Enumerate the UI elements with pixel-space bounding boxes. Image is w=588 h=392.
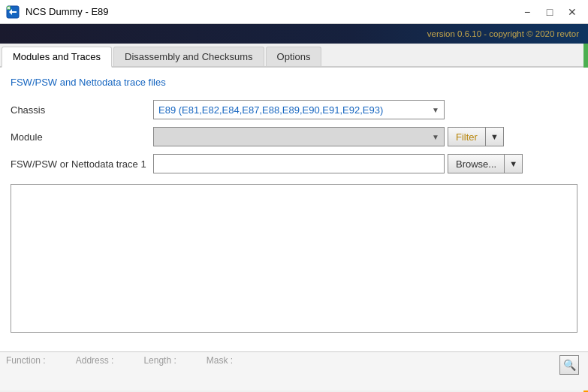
chassis-dropdown-arrow: ▼ — [432, 106, 439, 114]
chassis-row: Chassis E89 (E81,E82,E84,E87,E88,E89,E90… — [11, 100, 577, 119]
titlebar: NCS Dummy - E89 − □ ✕ — [0, 0, 588, 24]
window-title: NCS Dummy - E89 — [26, 6, 109, 17]
address-label: Address : — [76, 355, 114, 366]
section-title: FSW/PSW and Nettodata trace files — [11, 77, 577, 88]
chassis-value: E89 (E81,E82,E84,E87,E88,E89,E90,E91,E92… — [158, 104, 383, 116]
length-label: Length : — [143, 355, 176, 366]
trace-row: FSW/PSW or Nettodata trace 1 Browse... ▼ — [11, 154, 577, 173]
search-icon: 🔍 — [563, 359, 576, 371]
filter-button[interactable]: Filter — [448, 127, 485, 146]
status-row: Function : Address : Length : Mask : — [6, 355, 582, 366]
version-bar: version 0.6.10 - copyright © 2020 revtor — [0, 24, 588, 44]
filter-split-button: Filter ▼ — [448, 127, 504, 146]
close-button[interactable]: ✕ — [562, 2, 582, 22]
browse-dropdown-button[interactable]: ▼ — [504, 154, 523, 173]
filter-dropdown-button[interactable]: ▼ — [485, 127, 504, 146]
browse-split-button: Browse... ▼ — [448, 154, 523, 173]
tab-disassembly[interactable]: Disassembly and Checksums — [113, 47, 264, 66]
mask-label: Mask : — [207, 355, 233, 366]
module-dropdown[interactable]: ▼ — [153, 127, 445, 146]
minimize-button[interactable]: − — [517, 2, 537, 22]
maximize-button[interactable]: □ — [540, 2, 559, 22]
trace-label: FSW/PSW or Nettodata trace 1 — [11, 158, 153, 170]
app-icon — [6, 5, 20, 19]
version-text: version 0.6.10 - copyright © 2020 revtor — [427, 29, 579, 38]
main-content: FSW/PSW and Nettodata trace files Chassi… — [0, 68, 588, 390]
titlebar-controls: − □ ✕ — [517, 2, 582, 22]
output-area — [11, 184, 577, 333]
status-bar: Function : Address : Length : Mask : 🔍 — [0, 351, 588, 390]
module-row: Module ▼ Filter ▼ — [11, 127, 577, 146]
trace-input[interactable] — [153, 154, 445, 173]
module-control-wrap: ▼ Filter ▼ — [153, 127, 577, 146]
module-dropdown-arrow: ▼ — [432, 133, 439, 141]
tab-bar: Modules and Traces Disassembly and Check… — [0, 44, 588, 68]
function-label: Function : — [6, 355, 46, 366]
browse-button[interactable]: Browse... — [448, 154, 504, 173]
trace-control-wrap: Browse... ▼ — [153, 154, 577, 173]
titlebar-left: NCS Dummy - E89 — [6, 5, 109, 19]
chassis-dropdown[interactable]: E89 (E81,E82,E84,E87,E88,E89,E90,E91,E92… — [153, 100, 445, 119]
chassis-control-wrap: E89 (E81,E82,E84,E87,E88,E89,E90,E91,E92… — [153, 100, 577, 119]
tab-options[interactable]: Options — [266, 47, 322, 66]
module-label: Module — [11, 131, 153, 143]
chassis-label: Chassis — [11, 104, 153, 116]
search-button[interactable]: 🔍 — [559, 355, 579, 375]
tab-modules-traces[interactable]: Modules and Traces — [2, 47, 112, 68]
